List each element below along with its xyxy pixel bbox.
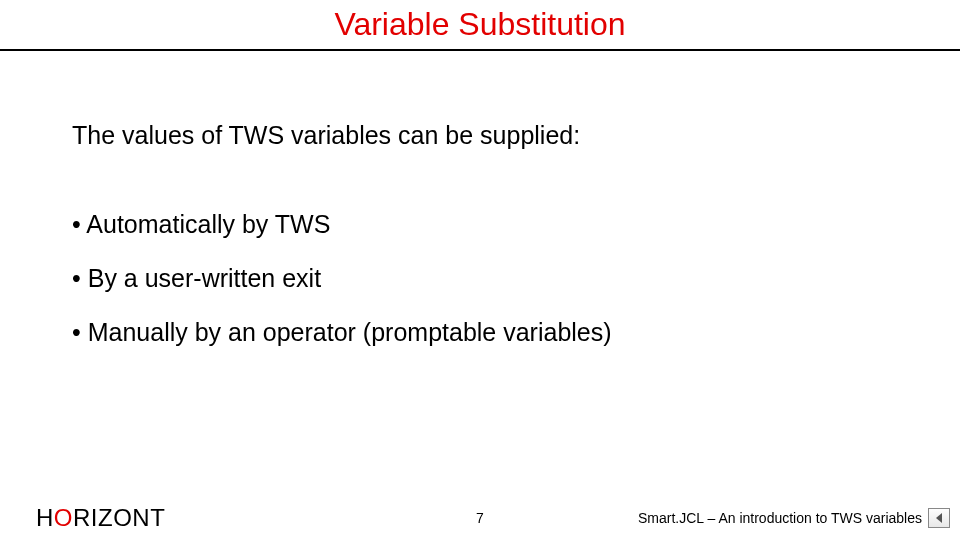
- logo: HORIZONT: [36, 504, 165, 532]
- slide-content: The values of TWS variables can be suppl…: [0, 121, 960, 347]
- bullet-item: • By a user-written exit: [72, 264, 900, 293]
- footer-subtitle: Smart.JCL – An introduction to TWS varia…: [638, 510, 922, 526]
- footer: HORIZONT 7 Smart.JCL – An introduction t…: [0, 504, 960, 532]
- chevron-left-icon: [934, 512, 944, 524]
- bullet-item: • Manually by an operator (promptable va…: [72, 318, 900, 347]
- footer-right: Smart.JCL – An introduction to TWS varia…: [638, 508, 950, 528]
- title-divider: [0, 49, 960, 51]
- intro-text: The values of TWS variables can be suppl…: [72, 121, 900, 150]
- bullet-list: • Automatically by TWS • By a user-writt…: [72, 210, 900, 347]
- previous-button[interactable]: [928, 508, 950, 528]
- page-number: 7: [476, 510, 484, 526]
- slide-title: Variable Substitution: [0, 0, 960, 49]
- bullet-item: • Automatically by TWS: [72, 210, 900, 239]
